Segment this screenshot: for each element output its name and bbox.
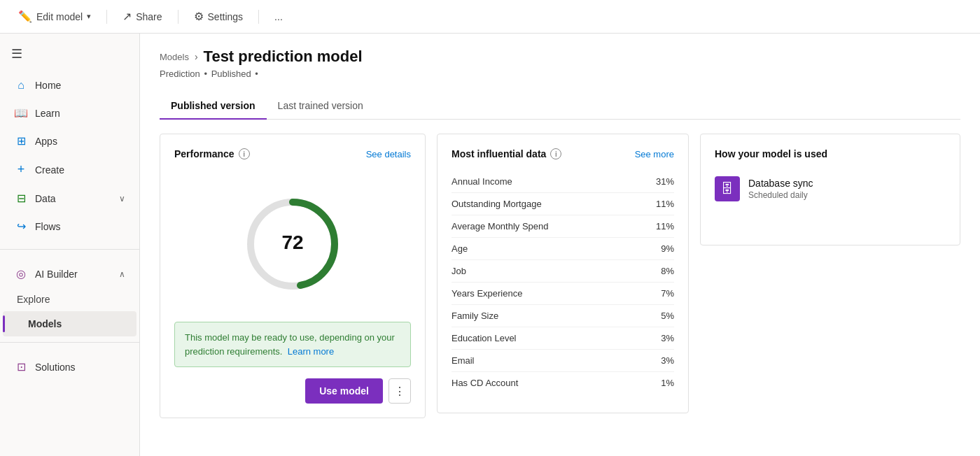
sidebar-item-create[interactable]: + Create [3,155,136,184]
usage-item-name: Database sync [748,178,813,189]
toolbar-divider-1 [106,10,107,24]
edit-icon: ✏️ [18,10,32,23]
content-area: Models › Test prediction model Predictio… [140,34,980,456]
list-item: Education Level 3% [451,327,674,350]
sidebar-item-solutions[interactable]: ⊡ Solutions [3,353,136,380]
breadcrumb: Models › Test prediction model [160,48,960,66]
donut-chart-container: 72 [174,171,411,311]
list-item: Has CD Account 1% [451,372,674,394]
data-row-label: Average Monthly Spend [451,221,549,231]
page-title: Test prediction model [204,48,363,66]
main-layout: ☰ ⌂ Home 📖 Learn ⊞ Apps + Create ⊟ Data … [0,34,980,456]
list-item: Average Monthly Spend 11% [451,215,674,238]
sidebar-item-home[interactable]: ⌂ Home [3,72,136,99]
sidebar-item-aibuilder[interactable]: ◎ AI Builder ∧ [3,260,136,287]
info-box: This model may be ready to use, dependin… [174,322,411,367]
data-row-value: 11% [656,221,674,231]
usage-items-list: 🗄 Database sync Scheduled daily [715,171,946,207]
aibuilder-chevron-icon: ∧ [119,269,125,279]
action-row: Use model ⋮ [174,378,411,404]
data-row-value: 11% [656,199,674,209]
list-item: Email 3% [451,350,674,372]
data-row-label: Has CD Account [451,378,518,388]
toolbar-divider-2 [178,10,178,24]
data-row-value: 5% [661,311,674,321]
sidebar-item-learn[interactable]: 📖 Learn [3,99,136,127]
more-options-button[interactable]: ⋮ [388,378,411,404]
influential-data-list: Annual Income 31% Outstanding Mortgage 1… [451,171,674,394]
flows-icon: ↪ [14,220,28,233]
usage-item-info: Database sync Scheduled daily [748,178,813,200]
influential-card-header: Most influential data i See more [451,148,674,159]
usage-item-schedule: Scheduled daily [748,190,813,200]
use-model-button[interactable]: Use model [305,378,383,404]
performance-info-icon[interactable]: i [239,148,250,159]
solutions-icon: ⊡ [14,360,28,373]
performance-title: Performance i [174,148,250,159]
settings-icon: ⚙ [194,10,204,23]
data-row-value: 3% [661,355,674,366]
sidebar-item-apps[interactable]: ⊞ Apps [3,127,136,155]
data-row-label: Years Experience [451,288,522,299]
sidebar-item-flows[interactable]: ↪ Flows [3,213,136,240]
share-icon: ↗ [122,10,132,23]
create-icon: + [14,162,28,177]
usage-card-header: How your model is used [715,148,946,159]
tab-last-trained-version[interactable]: Last trained version [267,93,374,120]
sidebar-item-data[interactable]: ⊟ Data ∨ [3,185,136,212]
sidebar-item-explore[interactable]: Explore [3,288,136,311]
see-more-link[interactable]: See more [635,149,674,159]
usage-item-icon: 🗄 [715,176,740,201]
data-row-value: 7% [661,288,674,299]
influential-title: Most influential data i [451,148,561,159]
data-row-value: 8% [661,266,674,276]
tab-published-version[interactable]: Published version [160,93,267,120]
influential-info-icon[interactable]: i [550,148,561,159]
hamburger-icon[interactable]: ☰ [0,39,139,69]
breadcrumb-separator: › [195,51,198,62]
data-row-value: 3% [661,333,674,343]
apps-icon: ⊞ [14,134,28,148]
sidebar-item-models[interactable]: Models [3,311,136,336]
breadcrumb-models-link[interactable]: Models [160,52,189,62]
sidebar-section-main: ⌂ Home 📖 Learn ⊞ Apps + Create ⊟ Data ∨ … [0,69,139,243]
toolbar-divider-3 [258,10,259,24]
cards-row: Performance i See details 72 [160,134,960,418]
share-button[interactable]: ↗ Share [115,6,169,27]
data-row-value: 1% [661,378,674,388]
learn-icon: 📖 [14,106,28,120]
data-row-label: Annual Income [451,176,512,187]
see-details-link[interactable]: See details [366,149,411,159]
list-item: Age 9% [451,238,674,260]
aibuilder-icon: ◎ [14,267,28,280]
data-row-value: 9% [661,243,674,254]
sidebar: ☰ ⌂ Home 📖 Learn ⊞ Apps + Create ⊟ Data … [0,34,140,456]
list-item: Outstanding Mortgage 11% [451,193,674,215]
status-line: Prediction • Published • [160,69,960,79]
edit-chevron-icon: ▾ [87,12,91,21]
data-row-label: Family Size [451,311,498,321]
home-icon: ⌂ [14,79,28,92]
list-item: Job 8% [451,260,674,283]
list-item: Family Size 5% [451,305,674,327]
edit-model-button[interactable]: ✏️ Edit model ▾ [11,6,98,27]
donut-score-text: 72 [281,231,303,253]
usage-item: 🗄 Database sync Scheduled daily [715,171,946,207]
list-item: Years Experience 7% [451,283,674,305]
more-toolbar-button[interactable]: ... [267,7,290,27]
data-row-label: Education Level [451,333,517,343]
list-item: Annual Income 31% [451,171,674,193]
data-row-value: 31% [656,176,674,187]
data-row-label: Age [451,243,468,254]
learn-more-link[interactable]: Learn more [288,346,334,357]
data-icon: ⊟ [14,192,28,205]
settings-button[interactable]: ⚙ Settings [187,6,251,27]
usage-title: How your model is used [715,148,827,159]
influential-card: Most influential data i See more Annual … [437,134,689,413]
toolbar: ✏️ Edit model ▾ ↗ Share ⚙ Settings ... [0,0,980,34]
performance-card-header: Performance i See details [174,148,411,159]
data-chevron-icon: ∨ [119,194,125,204]
performance-card: Performance i See details 72 [160,134,426,418]
tabs: Published version Last trained version [160,93,960,120]
donut-chart: 72 [240,192,345,297]
